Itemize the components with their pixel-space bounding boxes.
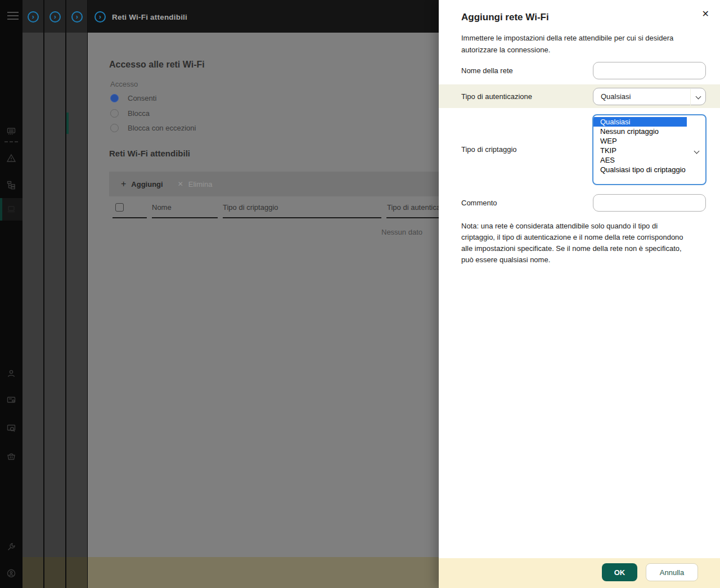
delete-icon: ✕ xyxy=(178,179,183,188)
table-heading: Reti Wi-Fi attendibili xyxy=(109,149,190,158)
radio-blocca-eccezioni[interactable]: Blocca con eccezioni xyxy=(110,123,196,132)
radio-label: Blocca con eccezioni xyxy=(128,124,196,132)
drawer-description: Immettere le impostazioni della rete att… xyxy=(461,32,694,56)
column-header-autenticazione[interactable]: Tipo di autenticazione xyxy=(387,203,439,212)
marketplace-icon[interactable] xyxy=(6,451,16,461)
drawer-title: Aggiungi rete Wi-Fi xyxy=(461,12,549,23)
column-header-nome[interactable]: Nome xyxy=(152,203,172,212)
delete-button[interactable]: ✕ Elimina xyxy=(178,179,213,188)
encryption-type-listbox[interactable]: QualsiasiNessun criptaggioWEPTKIPAESQual… xyxy=(592,114,706,185)
devices-icon[interactable] xyxy=(6,126,16,136)
selected-indicator xyxy=(66,113,69,134)
expand-panel-icon[interactable]: › xyxy=(94,11,106,23)
expand-panel-icon[interactable]: › xyxy=(28,11,39,23)
collapsed-panel-3: › xyxy=(66,0,87,588)
auth-type-value: Qualsiasi xyxy=(601,92,631,101)
radio-icon[interactable] xyxy=(110,109,119,118)
radio-icon[interactable] xyxy=(110,124,119,132)
network-name-input[interactable] xyxy=(593,62,706,79)
encryption-option[interactable]: TKIP xyxy=(593,146,705,155)
encryption-option[interactable]: Qualsiasi xyxy=(593,117,687,127)
app-sidebar xyxy=(0,0,22,588)
radio-label: Blocca xyxy=(128,109,150,118)
encryption-option[interactable]: Qualsiasi tipo di criptaggio xyxy=(593,165,705,174)
drawer-footer: OK Annulla xyxy=(439,558,720,588)
expand-panel-icon[interactable]: › xyxy=(50,11,61,23)
expand-panel-icon[interactable]: › xyxy=(71,11,83,23)
add-button[interactable]: + Aggiungi xyxy=(121,179,163,188)
header-rule xyxy=(386,217,439,218)
encryption-type-label: Tipo di criptaggio xyxy=(461,145,517,154)
users-icon[interactable] xyxy=(6,369,16,379)
laptop-icon xyxy=(6,204,16,214)
radio-consenti[interactable]: Consenti xyxy=(110,93,156,102)
hierarchy-icon[interactable] xyxy=(6,180,16,190)
radio-icon[interactable] xyxy=(110,94,119,102)
column-header-criptaggio[interactable]: Tipo di criptaggio xyxy=(223,203,278,212)
select-divider xyxy=(690,89,691,105)
encryption-option[interactable]: AES xyxy=(593,155,705,165)
select-all-checkbox[interactable] xyxy=(115,203,124,212)
radio-blocca[interactable]: Blocca xyxy=(110,109,150,118)
encryption-option[interactable]: WEP xyxy=(593,136,705,146)
auth-type-select[interactable]: Qualsiasi xyxy=(593,88,706,105)
main-pane: › Reti Wi-Fi attendibili Accesso alle re… xyxy=(88,0,439,588)
close-icon[interactable]: ✕ xyxy=(702,9,709,19)
header-rule xyxy=(223,217,381,218)
sidebar-divider xyxy=(4,141,18,142)
collapsed-panel-2: › xyxy=(44,0,65,588)
settings-wrench-icon[interactable] xyxy=(6,542,16,552)
encryption-option[interactable]: Nessun criptaggio xyxy=(593,127,705,136)
header-rule xyxy=(112,217,147,218)
comment-input[interactable] xyxy=(593,194,706,212)
page-title: Reti Wi-Fi attendibili xyxy=(112,13,187,21)
cancel-button[interactable]: Annulla xyxy=(646,563,698,581)
access-label: Accesso xyxy=(110,80,138,88)
menu-icon[interactable] xyxy=(7,12,19,20)
selected-indicator xyxy=(0,198,2,221)
note-text: Nota: una rete è considerata attendibile… xyxy=(461,221,692,266)
add-button-label: Aggiungi xyxy=(131,180,163,188)
sidebar-item-selected[interactable] xyxy=(0,198,22,221)
policies-icon[interactable] xyxy=(6,395,16,405)
table-toolbar: + Aggiungi ✕ Elimina xyxy=(109,172,439,196)
collapsed-panel-1: › xyxy=(22,0,43,588)
panel-footer-strip xyxy=(22,557,43,588)
add-wifi-drawer: ✕ Aggiungi rete Wi-Fi Immettere le impos… xyxy=(439,0,720,588)
comment-label: Commento xyxy=(461,199,497,207)
alerts-icon[interactable] xyxy=(6,153,16,163)
account-icon[interactable] xyxy=(6,568,16,578)
page-topbar: › Reti Wi-Fi attendibili xyxy=(88,0,439,33)
section-heading: Accesso alle reti Wi-Fi xyxy=(109,60,205,70)
network-name-label: Nome della rete xyxy=(461,66,513,75)
delete-button-label: Elimina xyxy=(188,180,213,188)
encryption-options: QualsiasiNessun criptaggioWEPTKIPAESQual… xyxy=(593,117,705,174)
panel-footer-strip xyxy=(44,557,65,588)
dimmed-save-bar xyxy=(88,557,439,588)
auth-type-label: Tipo di autenticazione xyxy=(461,92,532,101)
header-rule xyxy=(152,217,218,218)
discovery-icon[interactable] xyxy=(6,423,16,433)
radio-label: Consenti xyxy=(128,94,156,102)
empty-table-text: Nessun dato xyxy=(381,228,422,236)
ok-button[interactable]: OK xyxy=(602,563,637,581)
panel-footer-strip xyxy=(66,557,87,588)
chevron-down-icon xyxy=(696,94,701,100)
app-window: › › › › Reti Wi-Fi attendibili Accesso a… xyxy=(0,0,720,588)
add-icon: + xyxy=(121,179,126,188)
